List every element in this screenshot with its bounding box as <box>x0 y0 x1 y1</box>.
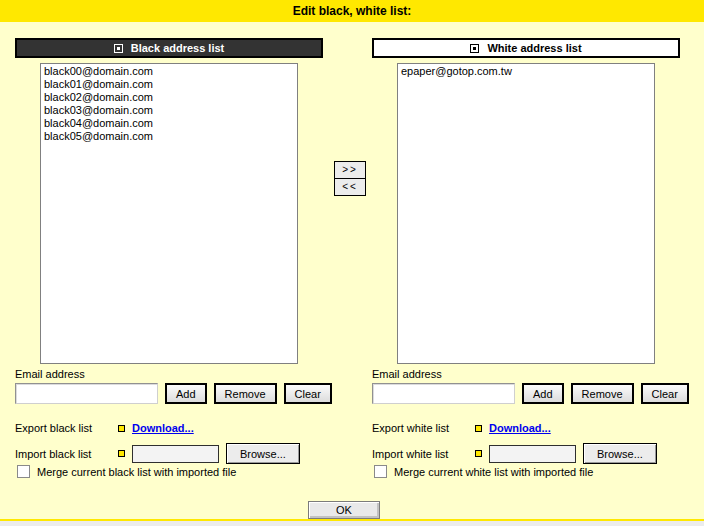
black-email-address-label: Email address <box>15 368 85 380</box>
export-black-list-label: Export black list <box>15 422 111 434</box>
black-email-row: Add Remove Clear <box>15 383 332 404</box>
bottom-strip <box>0 521 704 526</box>
list-item[interactable]: epaper@gotop.com.tw <box>401 65 654 78</box>
yellow-square-bullet-icon <box>475 425 482 432</box>
ok-button[interactable]: OK <box>308 501 380 519</box>
import-black-list-label: Import black list <box>15 448 111 460</box>
black-download-link[interactable]: Download... <box>132 422 194 434</box>
white-import-file-input[interactable] <box>489 445 576 463</box>
list-item[interactable]: black00@domain.com <box>44 65 297 78</box>
white-list-header: White address list <box>372 38 680 58</box>
edit-black-white-list-dialog: Edit black, white list: Black address li… <box>0 0 704 526</box>
import-white-list-label: Import white list <box>372 448 468 460</box>
move-right-button[interactable]: >> <box>334 161 366 179</box>
yellow-square-bullet-icon <box>118 425 125 432</box>
square-marker-icon <box>114 44 123 53</box>
yellow-square-bullet-icon <box>475 450 482 457</box>
black-import-file-input[interactable] <box>132 445 219 463</box>
list-item[interactable]: black02@domain.com <box>44 91 297 104</box>
black-merge-row: Merge current black list with imported f… <box>17 465 236 478</box>
black-list-header: Black address list <box>15 38 323 58</box>
black-add-button[interactable]: Add <box>165 383 207 404</box>
list-item[interactable]: black05@domain.com <box>44 130 297 143</box>
list-item[interactable]: black01@domain.com <box>44 78 297 91</box>
move-left-button[interactable]: << <box>334 178 366 196</box>
white-add-button[interactable]: Add <box>522 383 564 404</box>
white-email-row: Add Remove Clear <box>372 383 689 404</box>
white-address-listbox[interactable]: epaper@gotop.com.tw <box>397 63 655 364</box>
black-merge-checkbox[interactable] <box>17 465 30 478</box>
transfer-buttons: >> << <box>334 161 366 196</box>
yellow-square-bullet-icon <box>118 450 125 457</box>
square-marker-icon <box>470 44 479 53</box>
black-clear-button[interactable]: Clear <box>284 383 332 404</box>
list-item[interactable]: black03@domain.com <box>44 104 297 117</box>
black-email-input[interactable] <box>15 383 158 404</box>
white-import-row: Import white list Browse... <box>372 443 657 464</box>
black-browse-button[interactable]: Browse... <box>226 443 300 464</box>
white-browse-button[interactable]: Browse... <box>583 443 657 464</box>
black-import-row: Import black list Browse... <box>15 443 300 464</box>
white-download-link[interactable]: Download... <box>489 422 551 434</box>
black-list-header-label: Black address list <box>131 42 225 54</box>
black-list-panel: Black address list black00@domain.combla… <box>0 0 347 500</box>
white-remove-button[interactable]: Remove <box>571 383 634 404</box>
white-email-input[interactable] <box>372 383 515 404</box>
white-merge-checkbox[interactable] <box>374 465 387 478</box>
white-merge-row: Merge current white list with imported f… <box>374 465 593 478</box>
white-email-address-label: Email address <box>372 368 442 380</box>
list-item[interactable]: black04@domain.com <box>44 117 297 130</box>
white-merge-checkbox-label: Merge current white list with imported f… <box>394 466 593 478</box>
white-export-row: Export white list Download... <box>372 422 551 434</box>
black-remove-button[interactable]: Remove <box>214 383 277 404</box>
export-white-list-label: Export white list <box>372 422 468 434</box>
footer: OK <box>308 501 380 519</box>
white-list-header-label: White address list <box>487 42 581 54</box>
white-clear-button[interactable]: Clear <box>641 383 689 404</box>
white-list-panel: White address list epaper@gotop.com.tw E… <box>357 0 704 500</box>
black-merge-checkbox-label: Merge current black list with imported f… <box>37 466 236 478</box>
black-address-listbox[interactable]: black00@domain.comblack01@domain.comblac… <box>40 63 298 364</box>
black-export-row: Export black list Download... <box>15 422 194 434</box>
